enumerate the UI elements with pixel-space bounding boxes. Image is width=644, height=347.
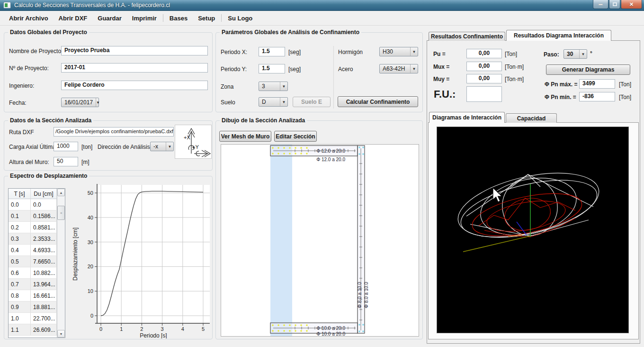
- period-y-input[interactable]: 1.5: [259, 64, 285, 73]
- menu-bases[interactable]: Bases: [164, 13, 193, 24]
- muy-input[interactable]: 0,00: [466, 74, 502, 83]
- svg-text:1: 1: [120, 326, 123, 332]
- web-rebar-label-1: Φ 8.0 a 10.0: [357, 282, 362, 308]
- spectrum-table[interactable]: T [s] Du [cm] 0.00.00.10.1586...0.20.858…: [8, 188, 65, 338]
- date-picker[interactable]: 16/01/2017 ▼: [61, 98, 99, 107]
- menu-abrir-dxf[interactable]: Abrir DXF: [54, 13, 93, 24]
- analysis-direction-value: -x: [151, 143, 166, 150]
- suelo-select[interactable]: D ▼: [259, 97, 288, 107]
- tab-resultados-confinamiento[interactable]: Resultados Confinamiento: [429, 32, 505, 41]
- tab-resultados-diagrama-interaccion[interactable]: Resultados Diagrama Interacción: [506, 30, 611, 41]
- mux-input[interactable]: 0,00: [466, 62, 502, 71]
- period-y-unit: [seg]: [288, 66, 301, 73]
- period-x-input[interactable]: 1.5: [259, 47, 285, 56]
- menu-setup[interactable]: Setup: [193, 13, 220, 24]
- top-rebar-label-2: Φ 12.0 a 20.0: [316, 157, 345, 162]
- table-row[interactable]: 1.022.700...: [9, 313, 57, 324]
- table-cell: 1.0: [9, 313, 31, 324]
- pnmax-unit: [Ton]: [619, 81, 631, 88]
- pnmin-input[interactable]: -836: [579, 92, 615, 101]
- app-window: { "window": { "title": "Calculo de Secci…: [0, 0, 644, 347]
- paso-value: 30: [564, 51, 579, 57]
- chevron-down-icon: ▼: [410, 64, 418, 73]
- spectrum-table-header: T [s] Du [cm]: [9, 189, 57, 199]
- interaction-3d-canvas[interactable]: [437, 127, 629, 333]
- section-drawing-group: Dibujo de la Sección Analizada Ver Mesh …: [215, 120, 423, 339]
- pnmax-input[interactable]: 3499: [579, 79, 615, 89]
- scroll-up-icon[interactable]: ▲: [57, 189, 65, 196]
- axial-load-input[interactable]: 1000: [54, 142, 78, 151]
- table-cell: 10.882...: [31, 267, 57, 278]
- minimize-icon: [599, 4, 603, 5]
- analysis-direction-select[interactable]: -x ▼: [150, 142, 174, 151]
- mux-unit: [Ton·m]: [505, 64, 524, 70]
- svg-text:4: 4: [181, 326, 184, 332]
- section-drawing: Φ 12.0 a 20.0 Φ 12.0 a 20.0 Φ 10.0 a 20.…: [221, 145, 419, 336]
- hormigon-value: H30: [380, 48, 410, 55]
- maximize-button[interactable]: [609, 0, 620, 9]
- table-row[interactable]: 0.918.881...: [9, 301, 57, 313]
- analysis-direction-label: Dirección de Análisis:: [98, 144, 152, 150]
- paso-select[interactable]: 30 ▼: [564, 49, 587, 59]
- fu-input[interactable]: [466, 86, 502, 102]
- minimize-button[interactable]: [593, 0, 608, 9]
- table-row[interactable]: 0.57.6650...: [9, 256, 57, 267]
- suelo-e-button[interactable]: Suelo E: [293, 97, 331, 107]
- calc-confinement-button[interactable]: Calcular Confinamiento: [338, 96, 418, 107]
- suelo-label: Suelo: [221, 99, 235, 106]
- table-cell: 0.5: [9, 256, 31, 267]
- hormigon-select[interactable]: H30 ▼: [379, 47, 418, 56]
- section-canvas[interactable]: Φ 12.0 a 20.0 Φ 12.0 a 20.0 Φ 10.0 a 20.…: [221, 144, 419, 337]
- menu-imprimir[interactable]: Imprimir: [127, 13, 162, 24]
- pu-input[interactable]: 0,00: [466, 49, 502, 58]
- table-cell: 2.3533...: [31, 233, 57, 244]
- table-row[interactable]: 0.00.0: [9, 199, 57, 210]
- edit-section-button[interactable]: Editar Sección: [274, 131, 317, 142]
- table-cell: 1.1: [9, 324, 31, 335]
- table-row[interactable]: 0.610.882...: [9, 267, 57, 279]
- menu-abrir-archivo[interactable]: Abrir Archivo: [4, 13, 54, 24]
- svg-text:20: 20: [88, 264, 93, 269]
- axial-load-unit: [ton]: [81, 144, 92, 150]
- project-number-input[interactable]: 2017-01: [61, 63, 208, 73]
- tab-capacidad[interactable]: Capacidad: [506, 113, 557, 123]
- pnmax-label: Φ Pn máx. =: [545, 81, 578, 88]
- engineer-input[interactable]: Felipe Cordero: [61, 81, 208, 90]
- table-row[interactable]: 0.816.661...: [9, 290, 57, 301]
- tab-diagramas-interaccion[interactable]: Diagramas de Interacción: [429, 112, 505, 123]
- zona-label: Zona: [221, 83, 233, 90]
- project-data-group: Datos Globales del Proyecto Nombre de Pr…: [4, 32, 213, 112]
- table-row[interactable]: 0.20.8581...: [9, 222, 57, 233]
- view-mesh-button[interactable]: Ver Mesh de Muro: [219, 131, 271, 142]
- column-header-t[interactable]: T [s]: [9, 189, 31, 199]
- table-cell: 0.4: [9, 245, 31, 256]
- spectrum-group: Espectro de Desplazamiento T [s] Du [cm]…: [4, 176, 213, 339]
- generate-diagrams-button[interactable]: Generar Diagramas: [546, 64, 630, 75]
- table-scrollbar[interactable]: ▲ ≡ ▼: [57, 189, 65, 338]
- period-y-label: Periodo Y:: [221, 66, 247, 73]
- mouse-cursor-icon: [493, 188, 502, 202]
- dxf-path-input[interactable]: /Google Drive/ejemplos confinamiento/pru…: [54, 127, 174, 137]
- menu-separator: [221, 14, 222, 22]
- table-row[interactable]: 1.126.609...: [9, 324, 57, 336]
- table-cell: 7.6650...: [31, 256, 57, 267]
- wall-height-input[interactable]: 50: [54, 157, 78, 166]
- chevron-down-icon: ▼: [96, 98, 100, 107]
- menu-guardar[interactable]: Guardar: [92, 13, 127, 24]
- table-row[interactable]: 0.713.964...: [9, 279, 57, 290]
- scroll-down-icon[interactable]: ▼: [57, 330, 65, 338]
- acero-select[interactable]: A63-42H ▼: [379, 64, 418, 73]
- zona-select[interactable]: 3 ▼: [259, 82, 288, 91]
- table-cell: 0.6: [9, 267, 31, 278]
- menu-su-logo[interactable]: Su Logo: [223, 13, 258, 24]
- scrollbar-thumb[interactable]: ≡: [57, 206, 65, 220]
- column-header-du[interactable]: Du [cm]: [31, 189, 57, 199]
- close-button[interactable]: ✕: [621, 0, 642, 9]
- project-name-input[interactable]: Proyecto Prueba: [61, 46, 208, 55]
- table-cell: 0.1586...: [31, 210, 57, 221]
- table-row[interactable]: 0.44.6933...: [9, 245, 57, 256]
- table-row[interactable]: 0.10.1586...: [9, 210, 57, 222]
- table-cell: 0.3: [9, 233, 31, 244]
- table-row[interactable]: 0.32.3533...: [9, 233, 57, 245]
- chevron-down-icon: ▼: [410, 47, 418, 56]
